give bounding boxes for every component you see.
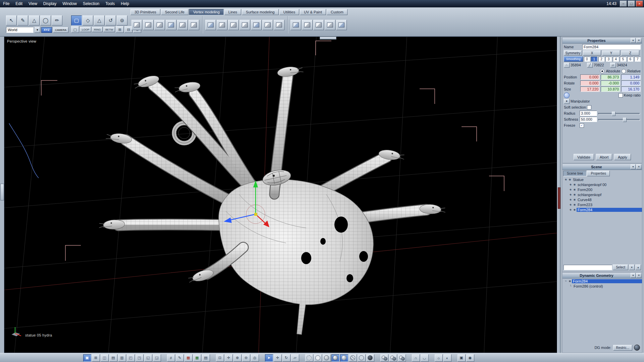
layout-quad-icon[interactable]: ⊞ — [92, 354, 100, 362]
tab-vertex-modeling[interactable]: Vertex modeling — [189, 9, 224, 15]
dynamic-flag-icon[interactable]: ◈ — [569, 203, 573, 206]
visibility-eye-icon[interactable]: ◉ — [568, 178, 572, 181]
spreadsheet-icon[interactable]: ▤ — [202, 354, 210, 362]
visibility-eye-icon[interactable]: ◉ — [568, 280, 572, 283]
position-y-input[interactable]: 86.373 — [601, 74, 620, 80]
dg-row[interactable]: └ Form286 (control) — [562, 284, 642, 289]
visibility-eye-icon[interactable]: ◉ — [573, 198, 577, 201]
shade-hiddenline-icon[interactable] — [314, 354, 322, 362]
layout-two-columns-icon[interactable]: ◫ — [101, 354, 109, 362]
dg-item-label[interactable]: Form286 (control) — [573, 284, 642, 288]
menu-help[interactable]: Help — [118, 0, 132, 7]
rotate-x-input[interactable]: 0.000 — [580, 80, 600, 86]
symmetry-z-button[interactable]: Z — [621, 50, 639, 56]
extrude-line-tool-icon[interactable] — [166, 20, 176, 30]
move-vertex-icon[interactable]: ◇ — [83, 15, 93, 25]
hide-unselected-icon[interactable] — [398, 354, 406, 362]
tree-item-label[interactable]: Curve48 — [577, 198, 642, 202]
tree-item-label[interactable]: schlangenkopf — [577, 193, 642, 197]
shade-dark-icon[interactable] — [366, 354, 374, 362]
show-all-icon[interactable] — [389, 354, 397, 362]
dynamic-flag-icon[interactable]: ◈ — [569, 193, 573, 196]
frame-all-icon[interactable]: ⊡ — [216, 354, 224, 362]
layout-main-bottom-right-icon[interactable]: ◲ — [153, 354, 161, 362]
universal-manipulator-icon[interactable]: ✛ — [274, 354, 282, 362]
extrude-face-tool-icon[interactable] — [154, 20, 165, 30]
softness-slider[interactable] — [598, 117, 641, 122]
lighting-icon[interactable]: ☼ — [435, 354, 443, 362]
smoothing-level-7[interactable]: 7 — [634, 57, 641, 62]
shade-smooth-wire-icon[interactable] — [340, 354, 348, 362]
layout-main-bottom-left-icon[interactable]: ◱ — [144, 354, 152, 362]
perspective-viewport[interactable]: Perspective view statue 05 hydra — [4, 37, 557, 353]
menu-edit[interactable]: Edit — [12, 0, 25, 7]
maximize-button[interactable]: □ — [628, 1, 635, 7]
tab-surface-modeling[interactable]: Surface modeling — [242, 9, 279, 15]
menu-selection[interactable]: Selection — [80, 0, 102, 7]
tab-lines[interactable]: Lines — [224, 9, 241, 15]
tree-row[interactable]: ◈ ◉ Curve48 — [562, 197, 642, 202]
zoom-view-icon[interactable]: ⊕ — [233, 354, 241, 362]
tab-3d-primitives[interactable]: 3D Primitives — [130, 9, 160, 15]
radius-slider[interactable] — [598, 111, 641, 116]
camera-space-button[interactable]: CAMERA — [53, 27, 68, 33]
dynamic-geometry-header[interactable]: Dynamic Geometry ▾ ✕ — [562, 273, 642, 279]
betw-button[interactable]: BETW — [103, 27, 115, 32]
edge-select-icon[interactable]: △ — [94, 15, 105, 25]
select-cursor-icon[interactable]: ↖ — [6, 15, 17, 25]
xyz-axis-button[interactable]: XYZ — [41, 27, 52, 33]
rotate-z-input[interactable]: 0.000 — [621, 80, 641, 86]
position-x-input[interactable]: 0.000 — [580, 74, 600, 80]
menu-tools[interactable]: Tools — [102, 0, 118, 7]
tab-utilities[interactable]: Utilities — [279, 9, 299, 15]
left-panel-handle[interactable] — [0, 184, 4, 200]
smoothing-level-6[interactable]: 6 — [627, 57, 634, 62]
tab-scene-properties[interactable]: Properties — [587, 171, 610, 176]
tree-row[interactable]: ◈ ◉ schlangenkopf — [562, 192, 642, 197]
dynamic-geometry-icon[interactable]: ≈ — [564, 280, 568, 283]
collapse-panel-icon[interactable]: ▾ — [631, 273, 636, 278]
symmetry-x-button[interactable]: X — [583, 50, 601, 56]
grid-snap-icon[interactable]: ▦ — [193, 354, 201, 362]
world-dropdown-arrow-icon[interactable]: ▼ — [35, 27, 40, 33]
tab-scene-tree[interactable]: Scene tree — [563, 171, 587, 176]
smoothing-level-3[interactable]: 3 — [605, 57, 612, 62]
keep-ratio-checkbox[interactable] — [619, 93, 623, 98]
rotation-sphere-icon[interactable] — [564, 93, 570, 98]
material-sphere-icon[interactable] — [634, 345, 640, 351]
abort-button[interactable]: Abort — [596, 154, 612, 160]
freeze-checkbox[interactable] — [580, 123, 584, 128]
layout-rows-icon[interactable]: ▤ — [109, 354, 117, 362]
loop-button[interactable]: LOOP — [80, 27, 91, 32]
chamfer-tool-icon[interactable] — [262, 20, 273, 30]
weld-points-tool-icon[interactable] — [239, 20, 250, 30]
radius-slider-thumb[interactable] — [612, 112, 615, 116]
layout-columns-icon[interactable]: ▥ — [118, 354, 126, 362]
divider-thumb[interactable] — [558, 187, 560, 209]
visibility-eye-icon[interactable]: ◉ — [573, 193, 577, 196]
rotate-y-input[interactable]: -0.000 — [601, 80, 620, 86]
menu-file[interactable]: File — [0, 0, 12, 7]
tree-row[interactable]: ◈ ◉ schlangenkopf 00 — [562, 182, 642, 187]
dotted-select-icon[interactable]: ▢ — [71, 26, 79, 33]
tweak-tool-icon[interactable] — [131, 20, 142, 30]
visibility-eye-icon[interactable]: ◉ — [573, 183, 577, 186]
uv-editor-icon[interactable]: # — [167, 354, 175, 362]
camera-view-icon[interactable]: ▣ — [458, 354, 466, 362]
tree-item-label[interactable]: Form223 — [577, 203, 642, 207]
scroll-up-icon[interactable]: ▴ — [635, 264, 641, 270]
tree-row[interactable]: ◈ ◉ Statue — [562, 177, 642, 182]
apply-button[interactable]: Apply — [614, 154, 631, 160]
ring-button[interactable]: RING — [92, 27, 103, 32]
cut-loop-tool-icon[interactable] — [228, 20, 239, 30]
smooth-tool-icon[interactable] — [217, 20, 227, 30]
soft-select-tool-icon[interactable] — [143, 20, 154, 30]
scene-panel-header[interactable]: Scene ▾ ✕ — [562, 164, 642, 170]
tree-item-label[interactable]: Statue — [572, 178, 642, 182]
close-panel-icon[interactable]: ✕ — [636, 273, 641, 278]
size-x-input[interactable]: 17.220 — [580, 86, 600, 92]
smoothing-button[interactable]: Smoothing — [564, 56, 583, 62]
tree-item-label[interactable]: schlangenkopf 00 — [577, 183, 642, 187]
isolate-selection-icon[interactable] — [380, 354, 388, 362]
shadow-icon[interactable]: ◐ — [443, 354, 451, 362]
